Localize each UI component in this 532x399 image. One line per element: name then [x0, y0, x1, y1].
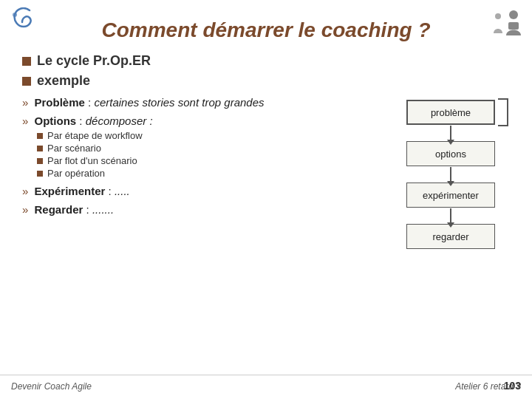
diagram-arrow-3: [450, 208, 451, 224]
section-exemple: exemple: [22, 73, 510, 89]
options-row: » Options : décomposer : Par étape de wo…: [22, 115, 384, 179]
left-content: » Problème : certaines stories sont trop…: [22, 96, 392, 249]
top-right-logo: [488, 7, 525, 41]
arrow-icon-3: »: [22, 185, 28, 197]
right-diagram: problème options expérimenter: [392, 96, 510, 249]
slide: Comment démarrer le coaching ? Le cycle …: [0, 0, 532, 399]
svg-point-1: [509, 10, 518, 19]
list-item: Par étape de workflow: [37, 130, 384, 141]
list-item: Par scénario: [37, 143, 384, 154]
probleme-label: » Problème : certaines stories sont trop…: [22, 96, 384, 109]
diagram-arrow-1: [450, 125, 451, 141]
diagram-box-options: options: [406, 141, 495, 166]
content-area: » Problème : certaines stories sont trop…: [22, 96, 510, 249]
footer-divider: [0, 375, 532, 375]
list-item: Par opération: [37, 168, 384, 179]
diagram-box-regarder: regarder: [406, 224, 495, 249]
experimenter-label: » Expérimenter : .....: [22, 185, 384, 197]
diagram-probleme-container: problème: [406, 100, 495, 125]
footer: Devenir Coach Agile Atelier 6 retard ?: [0, 381, 532, 392]
footer-left-text: Devenir Coach Agile: [11, 381, 92, 392]
diagram-box-probleme: problème: [406, 100, 495, 125]
top-left-logo: [7, 7, 41, 41]
bullet-icon-1: [22, 57, 31, 66]
arrow-icon-1: »: [22, 96, 28, 109]
svg-point-0: [13, 13, 17, 17]
sub-bullet-icon-1: [37, 133, 43, 139]
diagram-arrow-2: [450, 166, 451, 183]
diagram-box-experimenter: expérimenter: [406, 183, 495, 208]
bracket-icon: [498, 98, 508, 126]
options-label: » Options : décomposer :: [22, 115, 384, 127]
svg-rect-2: [508, 22, 519, 30]
regarder-label: » Regarder : .......: [22, 203, 384, 216]
bullet-icon-2: [22, 77, 31, 86]
svg-point-3: [495, 13, 501, 19]
section-cycle: Le cycle Pr.Op.ER: [22, 53, 510, 69]
options-subitems: Par étape de workflow Par scénario Par f…: [37, 130, 384, 179]
sub-bullet-icon-4: [37, 171, 43, 177]
arrow-icon-2: »: [22, 115, 28, 127]
probleme-row: » Problème : certaines stories sont trop…: [22, 96, 384, 109]
list-item: Par flot d'un scénario: [37, 155, 384, 166]
page-number: 103: [504, 380, 521, 392]
regarder-row: » Regarder : .......: [22, 203, 384, 216]
arrow-icon-4: »: [22, 203, 28, 216]
sub-bullet-icon-3: [37, 158, 43, 164]
sub-bullet-icon-2: [37, 146, 43, 151]
page-title: Comment démarrer le coaching ?: [22, 18, 510, 42]
experimenter-row: » Expérimenter : .....: [22, 185, 384, 197]
